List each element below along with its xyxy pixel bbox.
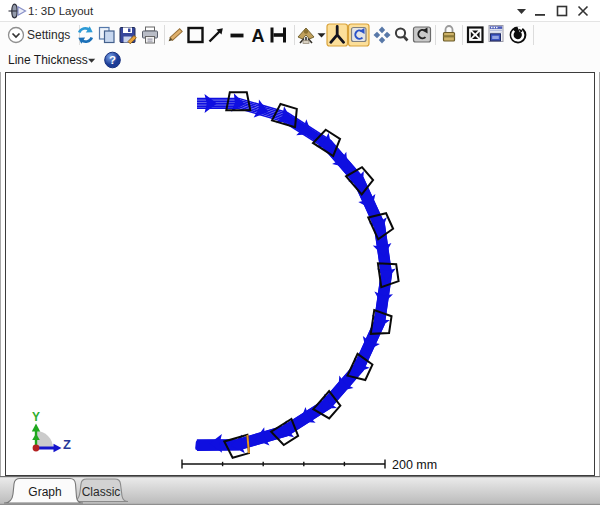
svg-text:Graph: Graph	[28, 485, 61, 499]
svg-text:Z: Z	[63, 437, 71, 452]
svg-text:Classic: Classic	[82, 485, 121, 499]
svg-text:Y: Y	[32, 410, 40, 424]
svg-text:200 mm: 200 mm	[392, 458, 437, 472]
